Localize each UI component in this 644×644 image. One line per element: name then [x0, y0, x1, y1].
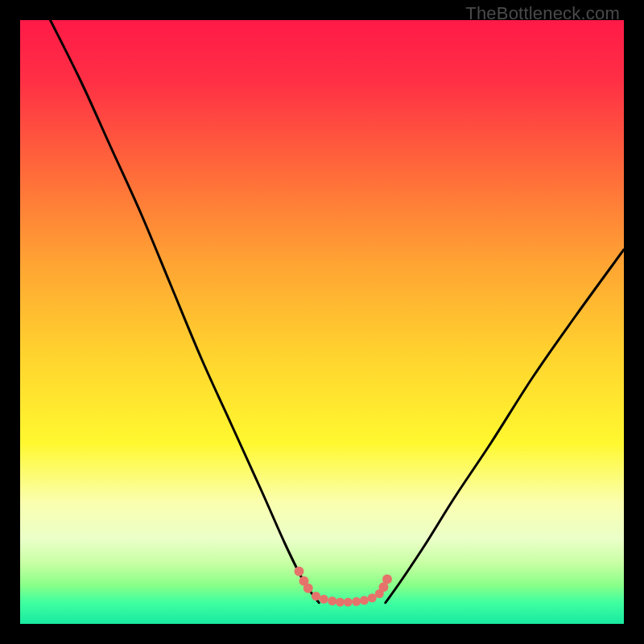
marker-point: [295, 567, 304, 576]
chart-frame: [20, 20, 624, 624]
marker-point: [382, 575, 392, 584]
watermark-text: TheBottleneck.com: [465, 3, 620, 24]
left-branch-curve: [51, 20, 320, 603]
marker-point: [328, 597, 336, 605]
marker-group: [295, 567, 393, 607]
curves-layer: [20, 20, 624, 624]
marker-point: [312, 592, 320, 601]
plot-area: [20, 20, 624, 624]
marker-point: [344, 598, 353, 607]
marker-point: [303, 584, 313, 593]
marker-point: [360, 596, 369, 605]
marker-point: [352, 597, 361, 606]
marker-point: [320, 595, 328, 604]
right-branch-curve: [386, 250, 624, 603]
marker-point: [336, 598, 345, 607]
